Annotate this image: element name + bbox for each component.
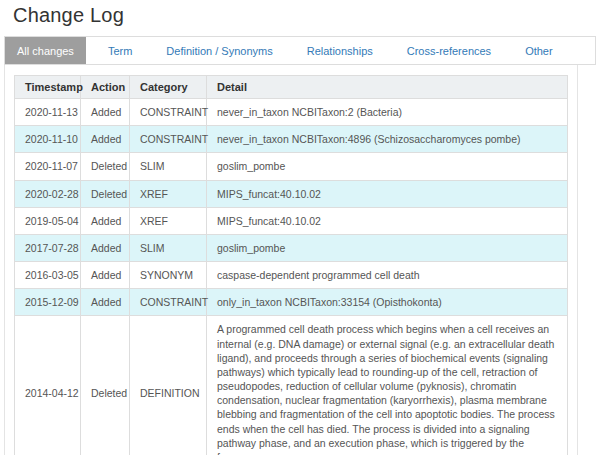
cell-action: Deleted [81, 153, 130, 180]
cell-category: CONSTRAINT [130, 289, 207, 316]
cell-category: XREF [130, 180, 207, 207]
change-log-panel: TimestampActionCategoryDetail 2020-11-13… [4, 65, 578, 455]
cell-detail: MIPS_funcat:40.10.02 [207, 180, 568, 207]
column-header-timestamp: Timestamp [15, 76, 81, 99]
cell-category: SLIM [130, 153, 207, 180]
column-header-detail: Detail [207, 76, 568, 99]
cell-detail: goslim_pombe [207, 153, 568, 180]
cell-timestamp: 2014-04-12 [15, 316, 81, 455]
column-header-action: Action [81, 76, 130, 99]
cell-category: DEFINITION [130, 316, 207, 455]
cell-timestamp: 2015-12-09 [15, 289, 81, 316]
table-row: 2020-11-10AddedCONSTRAINTnever_in_taxon … [15, 126, 568, 153]
cell-detail: never_in_taxon NCBITaxon:4896 (Schizosac… [207, 126, 568, 153]
cell-detail: A programmed cell death process which be… [207, 316, 568, 455]
cell-timestamp: 2017-07-28 [15, 234, 81, 261]
tab-cross-references[interactable]: Cross-references [395, 37, 503, 64]
tab-other[interactable]: Other [513, 37, 565, 64]
cell-category: XREF [130, 207, 207, 234]
table-row: 2017-07-28AddedSLIMgoslim_pombe [15, 234, 568, 261]
tab-bar: All changesTermDefinition / SynonymsRela… [4, 36, 596, 65]
cell-detail: goslim_pombe [207, 234, 568, 261]
cell-category: CONSTRAINT [130, 99, 207, 126]
cell-category: CONSTRAINT [130, 126, 207, 153]
tab-relationships[interactable]: Relationships [295, 37, 385, 64]
table-header-row: TimestampActionCategoryDetail [15, 76, 568, 99]
cell-action: Added [81, 207, 130, 234]
table-row: 2020-11-13AddedCONSTRAINTnever_in_taxon … [15, 99, 568, 126]
tab-all-changes[interactable]: All changes [5, 37, 86, 64]
table-row: 2020-11-07DeletedSLIMgoslim_pombe [15, 153, 568, 180]
table-row: 2020-02-28DeletedXREFMIPS_funcat:40.10.0… [15, 180, 568, 207]
table-body: 2020-11-13AddedCONSTRAINTnever_in_taxon … [15, 99, 568, 455]
cell-action: Added [81, 234, 130, 261]
cell-action: Added [81, 99, 130, 126]
tab-definition-synonyms[interactable]: Definition / Synonyms [154, 37, 284, 64]
cell-detail: MIPS_funcat:40.10.02 [207, 207, 568, 234]
page-title: Change Log [13, 4, 600, 27]
cell-timestamp: 2020-11-07 [15, 153, 81, 180]
cell-timestamp: 2020-11-13 [15, 99, 81, 126]
cell-detail: never_in_taxon NCBITaxon:2 (Bacteria) [207, 99, 568, 126]
cell-action: Deleted [81, 180, 130, 207]
table-row: 2014-04-12DeletedDEFINITIONA programmed … [15, 316, 568, 455]
cell-detail: caspase-dependent programmed cell death [207, 262, 568, 289]
change-log-table: TimestampActionCategoryDetail 2020-11-13… [14, 75, 568, 455]
tab-term[interactable]: Term [96, 37, 144, 64]
cell-action: Added [81, 289, 130, 316]
table-row: 2015-12-09AddedCONSTRAINTonly_in_taxon N… [15, 289, 568, 316]
column-header-category: Category [130, 76, 207, 99]
cell-action: Deleted [81, 316, 130, 455]
table-row: 2016-03-05AddedSYNONYMcaspase-dependent … [15, 262, 568, 289]
cell-action: Added [81, 262, 130, 289]
cell-timestamp: 2019-05-04 [15, 207, 81, 234]
cell-timestamp: 2020-02-28 [15, 180, 81, 207]
cell-category: SYNONYM [130, 262, 207, 289]
cell-timestamp: 2016-03-05 [15, 262, 81, 289]
cell-action: Added [81, 126, 130, 153]
table-row: 2019-05-04AddedXREFMIPS_funcat:40.10.02 [15, 207, 568, 234]
cell-category: SLIM [130, 234, 207, 261]
cell-timestamp: 2020-11-10 [15, 126, 81, 153]
cell-detail: only_in_taxon NCBITaxon:33154 (Opisthoko… [207, 289, 568, 316]
